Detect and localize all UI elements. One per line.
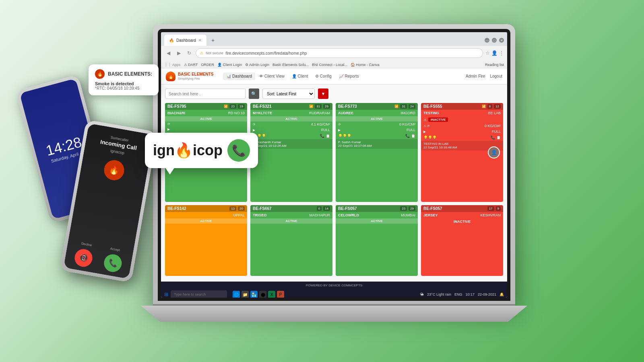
accept-button[interactable]: 📞 <box>103 253 123 274</box>
bookmark-order[interactable]: ORDER <box>201 63 214 67</box>
footer-321: G.Prashanth Kumar 22 Sep/21 10:12:26 AM <box>250 139 332 149</box>
forward-button[interactable]: ▶ <box>175 49 183 57</box>
nav-client[interactable]: 👤 Client <box>289 72 311 80</box>
taskbar-icon-store[interactable]: 🏪 <box>250 291 258 298</box>
tab-title: Dashboard <box>176 38 196 43</box>
badge-count1-667: 0 <box>317 206 322 211</box>
card-client-row-667: TRIGEO MADHAPUR <box>250 212 332 218</box>
taskbar-icon-explorer[interactable]: 📁 <box>242 291 249 298</box>
status-321: ACTIVE <box>250 116 332 121</box>
gauge-icon-321: ⟳ <box>253 123 256 126</box>
location-057b: KESHVRAM <box>480 213 501 217</box>
contact-datetime-321: 22 Sep/21 10:12:26 AM <box>253 144 330 148</box>
close-button[interactable]: ✕ <box>499 38 504 43</box>
browser-chrome: 🔥 Dashboard ✕ + — □ ✕ ◀ ▶ <box>161 32 507 68</box>
card-client-row-321: MYKLTCTE RUDRARAM <box>250 110 332 116</box>
new-tab-button[interactable]: + <box>208 36 218 44</box>
card-be-fs057[interactable]: BE-FS057 23 29 CELOWRLD MUMBAI ACTIVE <box>336 205 418 276</box>
taskbar-icon-ppt[interactable]: P <box>277 291 284 298</box>
bookmark-canva[interactable]: 🏠 Home - Canva <box>351 63 380 67</box>
taskbar-app-icons: 🌐 📁 🏪 ⬤ X P <box>233 291 284 298</box>
menu-icon[interactable]: ⋮ <box>499 50 504 56</box>
card-header-667: BE-FS667 0 14 <box>250 205 332 212</box>
inactive-label-057b: INACTIVE <box>421 218 503 225</box>
taskbar-search-input[interactable] <box>171 290 227 298</box>
card-id-057b: BE-FS057 <box>423 206 442 211</box>
metric-tank-555: ▶ FULL <box>421 129 503 134</box>
star-icon[interactable]: ☆ <box>485 50 490 56</box>
active-tab[interactable]: 🔥 Dashboard ✕ <box>164 35 206 46</box>
reading-list[interactable]: Reading list <box>485 63 504 67</box>
url-text: fire.devicecommcepts.com/firedata/home.p… <box>226 51 479 56</box>
search-input[interactable] <box>165 88 246 99</box>
gauge-icon-795: ⟳ <box>167 122 170 126</box>
logout-button[interactable]: Logout <box>490 74 502 78</box>
card-header-555: BE-FS555 📶 8 12 <box>421 103 503 110</box>
back-button[interactable]: ◀ <box>164 49 172 57</box>
search-button[interactable]: 🔍 <box>249 88 259 99</box>
decline-button[interactable]: 📵 <box>73 248 94 268</box>
sort-apply-button[interactable]: ▼ <box>318 88 328 99</box>
nav-reports[interactable]: 📈 Reports <box>336 72 362 80</box>
taskbar-icon-excel[interactable]: X <box>268 291 275 298</box>
card-be-fs142[interactable]: BE-FS142 13 20 UPPAL ACTIVE <box>165 205 247 276</box>
nav-dashboard[interactable]: 📊 Dashboard <box>223 72 255 80</box>
tab-close-button[interactable]: ✕ <box>198 38 202 42</box>
profile-icon[interactable]: 👤 <box>491 50 497 56</box>
gauge-icon-555: ⚠ ⟳ <box>423 124 430 128</box>
card-be-fs667[interactable]: BE-FS667 0 14 TRIGEO MADHAPUR ACTIVE <box>250 205 332 276</box>
inactive-badge-555: INACTIVE <box>428 117 448 122</box>
metric-pressure-773: ⟳ 0 KG/CM² <box>336 121 418 127</box>
bookmark-admin-login[interactable]: ⚙ Admin Login <box>245 63 269 67</box>
card-be-fs555[interactable]: BE-FS555 📶 8 12 TESTING BE LAB <box>421 103 503 202</box>
windows-taskbar: ⊞ 🌐 📁 🏪 ⬤ X P 🌦 23°C Light rain ENG <box>161 289 507 298</box>
card-client-row-057b: JERSEY KESHVRAM <box>421 212 503 218</box>
taskbar-icon-chrome[interactable]: ⬤ <box>259 291 266 298</box>
powered-text: POWERED BY DEVICE COMMCEPTS <box>306 284 362 287</box>
minimize-button[interactable]: — <box>485 38 489 43</box>
alert-icon-555: ⚠ <box>423 118 427 122</box>
notification-bubble: 🔥 BASIC ELEMENTS: Smoke is detected *RTC… <box>89 64 159 95</box>
card-be-fs321[interactable]: BE-FS321 📶 31 29 MYKLTCTE RUDRARAM <box>250 103 332 202</box>
card-be-fs773[interactable]: BE-FS773 📶 31 24 AUDREE IMGDRD <box>336 103 418 202</box>
card-badges-555: 📶 8 12 <box>482 104 501 109</box>
bookmark-basic-elements[interactable]: Basic Elements Solu... <box>272 63 309 67</box>
badge-count1-795: 23 <box>229 104 236 109</box>
badge-count1-057: 23 <box>400 206 407 211</box>
restore-button[interactable]: □ <box>492 38 497 43</box>
signal-icon-555: 📶 <box>482 105 486 108</box>
status-057: ACTIVE <box>336 218 418 224</box>
nav-config[interactable]: ⚙ Config <box>312 72 335 80</box>
bookmark-bni[interactable]: BNI Connect - Local... <box>312 63 347 67</box>
bookmark-dart[interactable]: ⚠ DART <box>184 63 198 67</box>
taskbar-right-area: 🌦 23°C Light rain ENG 10:17 22-09-2021 🔔 <box>420 292 504 296</box>
apps-icon[interactable]: ⋮⋮ Apps <box>164 63 181 67</box>
gauge-icon-773: ⟳ <box>338 123 341 126</box>
start-button[interactable]: ⊞ <box>164 292 168 297</box>
not-secure-label: Not secure <box>206 51 223 55</box>
badge-count2-321: 29 <box>323 104 330 109</box>
notification-center-icon[interactable]: 🔔 <box>500 292 504 296</box>
tank-val-321: FULL <box>321 128 330 132</box>
taskbar-time: 10:17 <box>465 292 475 296</box>
pressure-val-773: 0 KG/CM² <box>399 122 415 126</box>
status-667: ACTIVE <box>250 218 332 224</box>
contact-name-555: TESTING IN LAB <box>423 142 501 146</box>
card-be-fs057b[interactable]: BE-FS057 17 9 JERSEY KESHVRAM INACTIVE <box>421 205 503 276</box>
bookmark-client-login[interactable]: 👤 Client Login <box>217 63 242 67</box>
taskbar-icon-edge[interactable]: 🌐 <box>233 291 240 298</box>
ignacop-brand-bubble: ign🔥icop 📞 <box>145 133 258 168</box>
sort-select[interactable]: Sort: Latest First <box>262 88 315 99</box>
refresh-button[interactable]: ↻ <box>185 49 193 57</box>
bookmarks-bar: ⋮⋮ Apps ⚠ DART ORDER 👤 Client Login ⚙ Ad… <box>161 60 507 69</box>
badge-count1-773: 31 <box>400 104 407 109</box>
nav-client-view[interactable]: 👁 Client View <box>256 72 288 80</box>
tab-bar: 🔥 Dashboard ✕ + — □ ✕ <box>161 32 507 46</box>
status-142: ACTIVE <box>165 218 247 224</box>
laptop-device: 🔥 Dashboard ✕ + — □ ✕ ◀ ▶ <box>153 24 515 338</box>
logo-subtitle: Simplifying Fire <box>178 77 213 80</box>
signal-icon: 📶 <box>224 105 228 108</box>
address-bar[interactable]: ⚠ Not secure fire.devicecommcepts.com/fi… <box>196 48 483 58</box>
signal-icon-773: 📶 <box>394 105 398 108</box>
profile-avatar-555: 👤 <box>488 146 500 158</box>
